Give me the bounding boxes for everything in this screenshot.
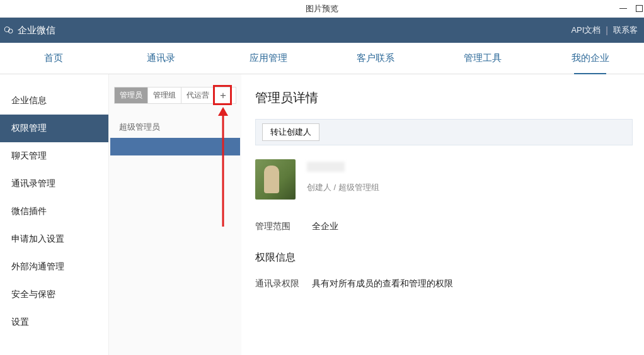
- scope-value: 全企业: [312, 221, 338, 232]
- maximize-icon[interactable]: [636, 5, 643, 12]
- svg-marker-3: [218, 107, 228, 116]
- wecom-logo-icon: [4, 25, 14, 35]
- admin-tab-0[interactable]: 管理员: [115, 87, 148, 103]
- admin-list-item-selected[interactable]: [110, 138, 240, 155]
- main-nav: 首页通讯录应用管理客户联系管理工具我的企业: [0, 43, 644, 74]
- os-window-title: 图片预览: [306, 3, 338, 14]
- nav-item-2[interactable]: 应用管理: [215, 43, 322, 74]
- permission-row: 通讯录权限 具有对所有成员的查看和管理的权限: [255, 278, 633, 290]
- admin-tab-2[interactable]: 代运营: [181, 87, 215, 103]
- nav-item-5[interactable]: 我的企业: [537, 43, 644, 74]
- admin-tab-row: 管理员管理组代运营+: [114, 87, 236, 104]
- permission-key: 通讯录权限: [255, 278, 312, 290]
- sidebar-item-1[interactable]: 权限管理: [0, 115, 108, 142]
- sidebar-item-2[interactable]: 聊天管理: [0, 142, 108, 170]
- brand-text: 企业微信: [18, 25, 55, 37]
- sidebar-item-7[interactable]: 安全与保密: [0, 281, 108, 308]
- add-admin-button[interactable]: +: [215, 87, 231, 103]
- contact-link[interactable]: 联系客: [613, 25, 638, 36]
- nav-item-0[interactable]: 首页: [0, 43, 107, 74]
- scope-key: 管理范围: [255, 221, 312, 232]
- os-window-controls: [619, 5, 643, 12]
- sidebar-item-5[interactable]: 申请加入设置: [0, 225, 108, 253]
- app-header: 企业微信 API文档 | 联系客: [0, 18, 644, 43]
- sidebar-item-3[interactable]: 通讯录管理: [0, 170, 108, 198]
- transfer-bar: 转让创建人: [255, 119, 633, 145]
- os-titlebar: 图片预览: [0, 0, 644, 18]
- permission-value: 具有对所有成员的查看和管理的权限: [312, 278, 453, 290]
- nav-item-4[interactable]: 管理工具: [429, 43, 536, 74]
- profile-row: 创建人 / 超级管理组: [255, 159, 633, 200]
- nav-item-1[interactable]: 通讯录: [107, 43, 214, 74]
- admin-group-label: 超级管理员: [109, 121, 241, 138]
- nav-item-3[interactable]: 客户联系: [322, 43, 429, 74]
- header-separator: |: [606, 25, 608, 35]
- admin-tab-1[interactable]: 管理组: [148, 87, 181, 103]
- profile-role: 创建人 / 超级管理组: [307, 182, 379, 193]
- permission-section-title: 权限信息: [255, 251, 633, 264]
- scope-row: 管理范围 全企业: [255, 221, 633, 232]
- profile-meta: 创建人 / 超级管理组: [307, 159, 379, 200]
- admin-list-column: 管理员管理组代运营+ 超级管理员: [109, 74, 241, 355]
- sidebar-item-0[interactable]: 企业信息: [0, 87, 108, 115]
- sidebar-item-8[interactable]: 设置: [0, 308, 108, 336]
- left-sidebar: 企业信息权限管理聊天管理通讯录管理微信插件申请加入设置外部沟通管理安全与保密设置: [0, 74, 109, 355]
- app-brand: 企业微信: [4, 25, 55, 37]
- admin-group: 超级管理员: [109, 121, 241, 155]
- detail-title: 管理员详情: [255, 89, 633, 106]
- sidebar-item-4[interactable]: 微信插件: [0, 198, 108, 225]
- minimize-icon[interactable]: [619, 8, 627, 9]
- api-docs-link[interactable]: API文档: [571, 25, 601, 36]
- profile-name-redacted: [307, 162, 345, 172]
- transfer-creator-button[interactable]: 转让创建人: [262, 123, 319, 141]
- sidebar-item-6[interactable]: 外部沟通管理: [0, 253, 108, 281]
- admin-detail-panel: 管理员详情 转让创建人 创建人 / 超级管理组 管理范围 全企业 权限信息 通讯…: [241, 74, 644, 355]
- workspace: 企业信息权限管理聊天管理通讯录管理微信插件申请加入设置外部沟通管理安全与保密设置…: [0, 74, 644, 355]
- avatar: [255, 159, 296, 200]
